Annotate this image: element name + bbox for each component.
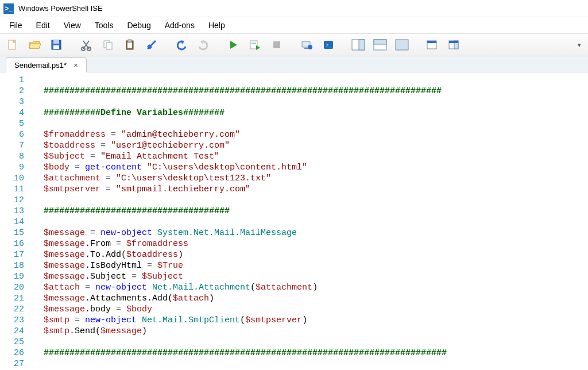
toolbar: >_ ▾ <box>0 33 588 56</box>
code-var: $smtpserver <box>245 315 302 325</box>
menu-help[interactable]: Help <box>202 18 232 32</box>
undo-icon <box>175 38 188 51</box>
menu-addons[interactable]: Add-ons <box>158 18 202 32</box>
new-file-icon <box>6 38 19 51</box>
svg-rect-13 <box>273 41 280 48</box>
save-icon <box>50 38 63 51</box>
toolbar-run-selection-button[interactable] <box>245 35 265 55</box>
toolbar-start-ps-button[interactable]: >_ <box>318 35 339 55</box>
svg-rect-22 <box>374 40 386 44</box>
toolbar-new-button[interactable] <box>2 35 23 55</box>
code-var: $message <box>44 305 85 314</box>
code-var: $True <box>157 261 183 271</box>
code-string: "user1@techieberry.com" <box>111 141 230 151</box>
code-var: $Subject <box>142 272 183 282</box>
svg-rect-28 <box>449 41 458 43</box>
toolbar-open-button[interactable] <box>24 35 45 55</box>
copy-icon <box>102 38 114 51</box>
toolbar-remote-button[interactable] <box>296 35 317 55</box>
code-var: $smtp <box>44 315 69 325</box>
code-var: $message <box>44 228 85 238</box>
toolbar-pane-max-button[interactable] <box>392 35 412 55</box>
toolbar-paste-button[interactable] <box>119 35 140 55</box>
code-string: "admin@techieberry.com" <box>121 130 240 140</box>
menu-bar: File Edit View Tools Debug Add-ons Help <box>0 17 588 33</box>
toolbar-clear-button[interactable] <box>141 35 162 55</box>
toolbar-copy-button[interactable] <box>98 35 118 55</box>
code-var: $attachment <box>256 283 312 292</box>
app-icon: >_ <box>3 3 14 14</box>
redo-icon <box>197 38 210 51</box>
code-var: $message <box>44 250 85 260</box>
cmd-window-icon <box>425 38 438 51</box>
code-var: $toaddress <box>44 141 95 151</box>
svg-rect-10 <box>127 43 132 48</box>
toolbar-show-cmd-addon-button[interactable] <box>443 35 464 55</box>
toolbar-cut-button[interactable] <box>76 35 96 55</box>
code-cmdlet: new-object <box>85 315 137 325</box>
svg-rect-15 <box>304 48 308 49</box>
script-editor[interactable]: 1 2 3 4 5 6 7 8 9 10 11 12 13 14 15 16 1… <box>0 72 588 370</box>
code-comment: ########################################… <box>44 348 447 358</box>
menu-debug[interactable]: Debug <box>120 18 157 32</box>
code-var: $message <box>44 272 85 282</box>
toolbar-redo-button[interactable] <box>193 35 214 55</box>
code-var: $attach <box>173 294 209 303</box>
code-type: Net.Mail.Attachment <box>152 283 250 292</box>
clear-icon <box>145 38 158 51</box>
toolbar-save-button[interactable] <box>46 35 67 55</box>
run-selection-icon <box>249 38 261 51</box>
toolbar-pane-side-button[interactable] <box>348 35 369 55</box>
code-area[interactable]: ########################################… <box>30 72 588 370</box>
cmd-addon-icon <box>447 38 460 51</box>
toolbar-run-button[interactable] <box>223 35 243 55</box>
code-var: $fromaddress <box>44 130 106 140</box>
code-string: "smtpmail.techieberry.com" <box>116 184 250 194</box>
code-comment: ###########Define Variables######## <box>44 108 225 118</box>
toolbar-show-cmd-button[interactable] <box>421 35 442 55</box>
stop-icon <box>270 38 283 51</box>
code-var: $toaddress <box>126 250 178 260</box>
code-string: "C:\users\desktop\test123.txt" <box>116 174 271 183</box>
svg-rect-9 <box>128 40 131 42</box>
toolbar-overflow-icon[interactable]: ▾ <box>578 41 586 49</box>
toolbar-stop-button[interactable] <box>266 35 287 55</box>
code-cmdlet: new-object <box>100 228 152 238</box>
tab-close-button[interactable]: × <box>71 60 80 70</box>
code-var: $message <box>44 239 85 249</box>
powershell-icon: >_ <box>322 38 335 51</box>
pane-side-icon <box>351 39 365 51</box>
menu-edit[interactable]: Edit <box>29 18 57 32</box>
code-var: $attachment <box>44 174 100 183</box>
code-var: $body <box>126 305 152 314</box>
pane-max-icon <box>395 39 409 51</box>
code-string: "Email Attachment Test" <box>100 152 219 161</box>
code-var: $message <box>44 294 85 303</box>
svg-rect-12 <box>252 43 256 44</box>
menu-view[interactable]: View <box>57 18 88 32</box>
svg-rect-7 <box>106 43 112 49</box>
menu-tools[interactable]: Tools <box>88 18 121 32</box>
line-number-gutter: 1 2 3 4 5 6 7 8 9 10 11 12 13 14 15 16 1… <box>0 72 30 370</box>
code-var: $smtpserver <box>44 184 100 194</box>
code-var: $attach <box>44 283 80 292</box>
tab-strip: Sendemail.ps1* × <box>0 56 588 72</box>
code-cmdlet: new-object <box>95 283 147 292</box>
remote-icon <box>300 38 313 51</box>
code-type: System.Net.Mail.MailMessage <box>157 228 297 238</box>
toolbar-undo-button[interactable] <box>171 35 192 55</box>
code-cmdlet: get-content <box>85 163 142 172</box>
toolbar-pane-top-button[interactable] <box>370 35 390 55</box>
code-string: "C:\users\desktop\content.html" <box>147 163 307 172</box>
window-title: Windows PowerShell ISE <box>18 4 103 13</box>
svg-rect-23 <box>396 40 408 50</box>
open-folder-icon <box>28 38 41 51</box>
script-tab[interactable]: Sendemail.ps1* × <box>6 57 87 72</box>
svg-point-16 <box>308 45 312 49</box>
menu-file[interactable]: File <box>2 18 29 32</box>
code-var: $Subject <box>44 152 85 161</box>
svg-rect-2 <box>53 40 59 44</box>
code-comment: #################################### <box>44 206 230 216</box>
play-icon <box>227 38 239 51</box>
code-var: $fromaddress <box>126 239 188 249</box>
